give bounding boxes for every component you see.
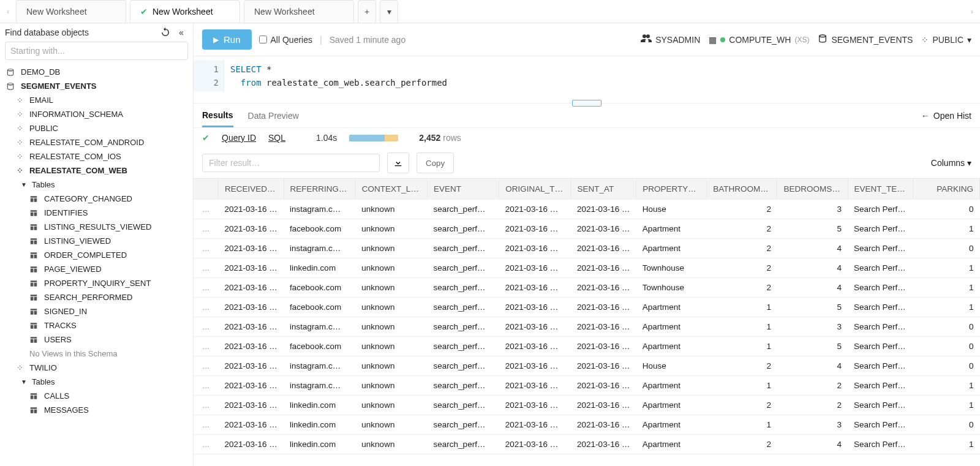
table-node[interactable]: TRACKS <box>0 318 193 333</box>
all-queries-checkbox[interactable]: All Queries <box>259 35 312 45</box>
table-node[interactable]: MESSAGES <box>0 403 193 417</box>
cell: 2021-03-16 … <box>571 298 636 317</box>
role-selector[interactable]: SYSADMIN <box>641 33 700 46</box>
schema-node[interactable]: ⁘REALESTATE_COM_ANDROID <box>0 135 193 149</box>
tab-data-preview[interactable]: Data Preview <box>248 105 299 126</box>
schema-node[interactable]: ⁘PUBLIC <box>0 121 193 135</box>
schema-selector[interactable]: ⁘PUBLIC▾ <box>921 35 971 45</box>
download-button[interactable] <box>387 152 409 173</box>
table-node[interactable]: PAGE_VIEWED <box>0 262 193 276</box>
col-header[interactable]: ORIGINAL_TIME… <box>499 179 571 200</box>
table-node[interactable]: ORDER_COMPLETED <box>0 248 193 262</box>
play-icon: ▶ <box>213 36 219 44</box>
refresh-icon[interactable] <box>160 27 171 38</box>
table-icon <box>29 251 39 260</box>
tables-folder[interactable]: ▼Tables <box>0 178 193 192</box>
collapse-panel-icon[interactable]: « <box>176 28 187 37</box>
table-row[interactable]: ...2021-03-16 …facebook.comunknownsearch… <box>194 337 980 356</box>
table-node[interactable]: SIGNED_IN <box>0 304 193 318</box>
cell: unknown <box>355 278 427 298</box>
table-node[interactable]: PROPERTY_INQUIRY_SENT <box>0 276 193 290</box>
finder-input[interactable] <box>5 42 188 60</box>
sql-editor[interactable]: 12 SELECT * from realestate_com_web.sear… <box>194 56 980 103</box>
tab-add[interactable]: + <box>358 0 376 23</box>
result-controls: Copy Columns ▾ <box>194 148 980 178</box>
schema-label: REALESTATE_COM_WEB <box>29 166 127 175</box>
finder-label: Find database objects <box>5 28 155 37</box>
schema-node[interactable]: ⁘REALESTATE_COM_WEB <box>0 163 193 178</box>
table-node[interactable]: USERS <box>0 333 193 347</box>
table-row[interactable]: ...2021-03-16 …linkedin.comunknownsearch… <box>194 258 980 278</box>
cell: Apartment <box>636 435 707 454</box>
cell: Search Perf… <box>848 396 913 415</box>
columns-toggle[interactable]: Columns ▾ <box>931 158 971 168</box>
database-selector[interactable]: SEGMENT_EVENTS <box>818 34 913 45</box>
sql-link[interactable]: SQL <box>268 133 285 143</box>
table-node[interactable]: LISTING_VIEWED <box>0 234 193 248</box>
db-node[interactable]: DEMO_DB <box>0 65 193 79</box>
worksheet-tab[interactable]: New Worksheet <box>244 0 354 23</box>
tab-more[interactable]: ▾ <box>380 0 398 23</box>
table-row[interactable]: ...2021-03-16 …facebook.comunknownsearch… <box>194 219 980 239</box>
editor-code[interactable]: SELECT * from realestate_com_web.search_… <box>224 60 980 92</box>
table-row[interactable]: ...2021-03-16 …instagram.c…unknownsearch… <box>194 376 980 396</box>
table-row[interactable]: ...2021-03-16 …facebook.comunknownsearch… <box>194 278 980 298</box>
col-header[interactable]: RECEIVED_AT <box>219 179 284 200</box>
run-button[interactable]: ▶Run <box>202 29 252 50</box>
all-queries-input[interactable] <box>259 36 267 43</box>
tab-scroll-right[interactable]: › <box>964 0 980 23</box>
check-icon: ✔ <box>140 7 148 17</box>
schema-node[interactable]: ⁘TWILIO <box>0 361 193 375</box>
table-row[interactable]: ...2021-03-16 …instagram.c…unknownsearch… <box>194 239 980 258</box>
table-label: TRACKS <box>44 321 77 330</box>
open-history[interactable]: ←Open Hist <box>921 111 971 121</box>
table-row[interactable]: ...2021-03-16 …instagram.c…unknownsearch… <box>194 317 980 337</box>
table-icon <box>29 265 39 274</box>
cell: search_perf… <box>428 239 499 258</box>
tables-label: Tables <box>32 377 55 386</box>
tab-results[interactable]: Results <box>202 105 233 127</box>
resize-handle[interactable] <box>572 100 601 107</box>
table-node[interactable]: IDENTIFIES <box>0 206 193 220</box>
cell: Search Perf… <box>848 337 913 356</box>
col-header[interactable]: PARKING <box>913 179 980 200</box>
table-row[interactable]: ...2021-03-16 …instagram.c…unknownsearch… <box>194 356 980 376</box>
table-row[interactable]: ...2021-03-16 …instagram.c…unknownsearch… <box>194 200 980 219</box>
col-header[interactable] <box>194 179 219 200</box>
table-row[interactable]: ...2021-03-16 …facebook.comunknownsearch… <box>194 298 980 317</box>
table-node[interactable]: CALLS <box>0 389 193 403</box>
warehouse-selector[interactable]: ▦COMPUTE_WH(XS) <box>709 35 809 45</box>
tab-scroll-left[interactable]: ‹ <box>0 0 16 23</box>
table-label: MESSAGES <box>44 405 89 415</box>
worksheet-tab[interactable]: New Worksheet <box>16 0 126 23</box>
query-id-link[interactable]: Query ID <box>222 133 256 143</box>
results-grid-wrap[interactable]: RECEIVED_ATREFERRING_DO…CONTEXT_LIBR…EVE… <box>194 178 980 466</box>
cell: Apartment <box>636 219 707 239</box>
table-node[interactable]: SEARCH_PERFORMED <box>0 290 193 304</box>
col-header[interactable]: BEDROOMS_MA… <box>777 179 848 200</box>
worksheet-tab[interactable]: ✔New Worksheet <box>130 0 240 23</box>
col-header[interactable]: EVENT <box>428 179 499 200</box>
col-header[interactable]: REFERRING_DO… <box>284 179 355 200</box>
col-header[interactable]: EVENT_TEXT <box>848 179 913 200</box>
tables-folder[interactable]: ▼Tables <box>0 375 193 389</box>
table-node[interactable]: LISTING_RESULTS_VIEWED <box>0 220 193 234</box>
col-header[interactable]: BATHROOMS_M… <box>707 179 777 200</box>
cell: Apartment <box>636 239 707 258</box>
cell: 2021-03-16 … <box>219 415 284 435</box>
col-header[interactable]: CONTEXT_LIBR… <box>355 179 427 200</box>
cell: 2021-03-16 … <box>499 396 571 415</box>
schema-node[interactable]: ⁘EMAIL <box>0 93 193 107</box>
schema-node[interactable]: ⁘INFORMATION_SCHEMA <box>0 107 193 121</box>
db-node[interactable]: SEGMENT_EVENTS <box>0 79 193 93</box>
table-row[interactable]: ...2021-03-16 …linkedin.comunknownsearch… <box>194 396 980 415</box>
table-row[interactable]: ...2021-03-16 …linkedin.comunknownsearch… <box>194 415 980 435</box>
col-header[interactable]: PROPERTY_TYP… <box>636 179 707 200</box>
table-row[interactable]: ...2021-03-16 …linkedin.comunknownsearch… <box>194 435 980 454</box>
table-node[interactable]: CATEGORY_CHANGED <box>0 192 193 206</box>
filter-input[interactable] <box>202 154 380 172</box>
schema-node[interactable]: ⁘REALESTATE_COM_IOS <box>0 149 193 163</box>
col-header[interactable]: SENT_AT <box>571 179 636 200</box>
copy-button[interactable]: Copy <box>417 152 454 173</box>
table-icon <box>29 336 39 344</box>
